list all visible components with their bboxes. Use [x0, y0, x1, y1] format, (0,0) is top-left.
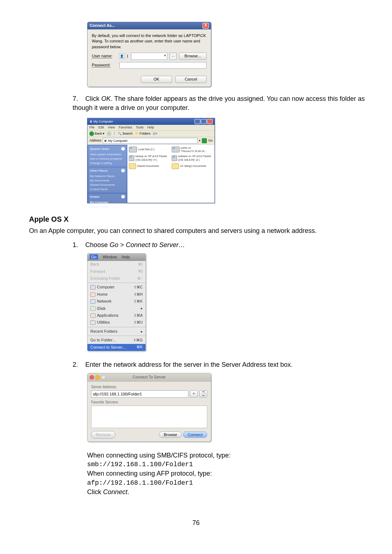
maximize-icon[interactable] — [201, 119, 207, 124]
lookup-button[interactable]: … — [170, 53, 177, 60]
chevron-down-icon[interactable]: ˇ — [121, 195, 125, 198]
menu-help[interactable]: Help — [147, 126, 154, 129]
username-input[interactable] — [131, 53, 168, 60]
chevron-up-icon[interactable]: ˆ — [121, 147, 125, 151]
minimize-icon[interactable] — [95, 375, 100, 379]
folder-icon — [172, 163, 179, 169]
menu-item-network[interactable]: Network⇧⌘K — [87, 298, 146, 305]
mac-menubar: Go Window Help — [87, 254, 146, 261]
drive-icon — [129, 147, 137, 152]
explorer-window: 🖥 My Computer File Edit View Favorites T… — [87, 118, 215, 203]
network-drive-icon — [129, 155, 134, 161]
menu-go[interactable]: Go — [90, 254, 98, 259]
apple-step-1: 1. Choose Go > Connect to Server… — [73, 241, 374, 250]
chevron-up-icon[interactable]: ˆ — [121, 169, 125, 172]
menu-item-home[interactable]: Home⇧⌘H — [87, 291, 146, 298]
sidebar-item[interactable]: Control Panel — [90, 187, 125, 192]
sidebar-item[interactable]: Add or remove programs — [90, 157, 125, 161]
drive-item[interactable]: backup on 'SP at EZ Packet (192.168.8.99… — [129, 155, 170, 162]
applications-icon — [90, 313, 95, 318]
minimize-icon[interactable] — [195, 119, 200, 124]
cancel-button[interactable]: Cancel — [175, 76, 207, 83]
sidebar-item[interactable]: Change a setting — [90, 161, 125, 165]
connect-as-title: Connect As... — [90, 23, 115, 29]
folder-item[interactable]: Shared Documents — [129, 163, 170, 169]
protocol-instructions: When connecting using SMB/CIFS protocol,… — [87, 451, 374, 497]
drive-item[interactable]: software on 'SP at EZ Packet (192.168.8.… — [172, 155, 213, 162]
menu-favorites[interactable]: Favorites — [119, 126, 132, 129]
menu-help[interactable]: Help — [122, 255, 130, 259]
network-icon — [90, 299, 95, 304]
add-favorite-button[interactable]: + — [190, 390, 198, 398]
address-input[interactable]: 🖥 My Computer — [103, 138, 197, 144]
menu-edit[interactable]: Edit — [98, 126, 104, 129]
connect-button[interactable]: Connect — [183, 431, 207, 438]
menu-item-idisk[interactable]: iDisk▸ — [87, 305, 146, 312]
panel-details: Detailsˇ My Computer System Folder — [89, 194, 126, 210]
panel-other-places: Other Placesˆ My Network Places My Docum… — [89, 168, 126, 193]
network-drive-icon — [172, 147, 180, 152]
browse-button[interactable]: Browse... — [179, 53, 207, 59]
user-icon: 👤 — [119, 53, 125, 59]
username-label: User name: — [92, 53, 117, 59]
menu-item-connect-server[interactable]: Connect to Server…⌘K — [87, 344, 146, 351]
network-drive-icon — [172, 155, 177, 161]
password-input[interactable] — [119, 62, 207, 69]
drive-item[interactable]: public on 'Thecus172.16.66.24... — [172, 146, 213, 153]
utilities-icon — [90, 320, 95, 325]
sidebar-item[interactable]: My Network Places — [90, 174, 125, 178]
mac-go-menu: Go Window Help Back⌘[ Forward⌘] Enclosin… — [87, 253, 146, 351]
apple-intro: On an Apple computer, you can connect to… — [29, 226, 374, 235]
cts-titlebar: Connect To Server — [87, 373, 211, 381]
explorer-addressbar: Address 🖥 My Computer ▾ Go — [87, 137, 215, 145]
close-icon[interactable]: X — [203, 23, 209, 29]
connect-as-dialog: Connect As... X By default, you will con… — [87, 22, 211, 87]
menu-view[interactable]: View — [108, 126, 115, 129]
home-icon — [90, 292, 95, 297]
drive-item[interactable]: Local Disk (C:) — [129, 146, 170, 153]
explorer-toolbar: Back ▾ ⤴ 🔍Search 📁Folders ⊞▾ — [87, 131, 215, 137]
menu-window[interactable]: Window — [103, 255, 117, 259]
folder-item[interactable]: CK Wang's Documents — [172, 163, 213, 169]
menu-item-forward: Forward⌘] — [87, 268, 146, 275]
sidebar-item[interactable]: Shared Documents — [90, 183, 125, 187]
menu-item-computer[interactable]: Computer⇧⌘C — [87, 284, 146, 291]
menu-tools[interactable]: Tools — [136, 126, 143, 129]
remove-button: Remove — [91, 431, 115, 439]
server-address-label: Server Address: — [91, 385, 207, 390]
menu-item-recent[interactable]: Recent Folders▸ — [87, 328, 146, 335]
forward-button[interactable] — [107, 131, 111, 136]
zoom-icon — [101, 375, 106, 379]
history-button[interactable]: ⌚ — [199, 390, 207, 398]
close-icon[interactable] — [207, 119, 213, 124]
folder-icon — [129, 163, 136, 169]
favorite-servers-label: Favorite Servers: — [91, 400, 207, 405]
sidebar-item[interactable]: My Documents — [90, 178, 125, 183]
views-icon[interactable]: ⊞▾ — [153, 131, 158, 136]
folders-button[interactable]: 📁Folders — [135, 131, 151, 136]
apple-osx-heading: Apple OS X — [29, 214, 374, 224]
password-label: Password: — [92, 62, 117, 68]
menu-item-enclosing: Enclosing Folder⌘↑ — [87, 275, 146, 282]
menu-item-applications[interactable]: Applications⇧⌘A — [87, 312, 146, 319]
sidebar-item[interactable]: View system information — [90, 152, 125, 157]
ok-button[interactable]: OK — [141, 76, 172, 83]
apple-step-2: 2. Enter the network address for the ser… — [73, 360, 374, 369]
server-address-input[interactable]: afp://192.168.1.100/Folder1 — [91, 390, 188, 398]
go-button[interactable] — [202, 138, 207, 143]
search-button[interactable]: 🔍Search — [118, 131, 133, 136]
menu-item-back: Back⌘[ — [87, 261, 146, 268]
browse-button[interactable]: Browse — [159, 431, 182, 438]
favorite-servers-list[interactable] — [91, 406, 207, 428]
menu-file[interactable]: File — [89, 126, 95, 129]
connect-to-server-dialog: Connect To Server Server Address: afp://… — [87, 373, 211, 442]
menu-item-utilities[interactable]: Utilities⇧⌘U — [87, 319, 146, 326]
computer-icon: 🖥 — [89, 120, 93, 123]
explorer-main: Local Disk (C:) public on 'Thecus172.16.… — [127, 145, 215, 203]
idisk-icon — [90, 306, 95, 311]
back-button[interactable]: Back ▾ — [89, 131, 105, 136]
close-icon[interactable] — [90, 375, 94, 379]
step-7: 7. Click OK. The share folder appears as… — [73, 94, 374, 112]
menu-item-goto-folder[interactable]: Go to Folder…⇧⌘G — [87, 337, 146, 344]
up-icon[interactable]: ⤴ — [114, 131, 115, 136]
